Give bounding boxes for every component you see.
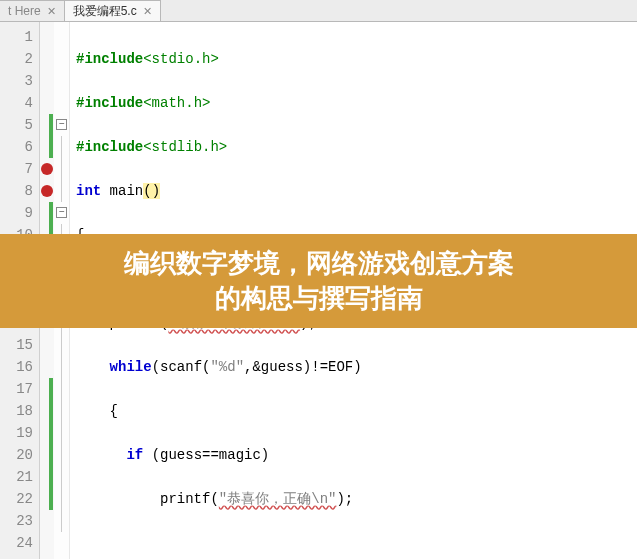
change-marker-icon [49, 136, 53, 158]
fold-minus-icon[interactable]: − [56, 119, 67, 130]
tab-label: 我爱编程5.c [73, 3, 137, 20]
change-marker-icon [49, 422, 53, 444]
line-number: 3 [0, 70, 39, 92]
line-number: 24 [0, 532, 39, 554]
line-number: 5 [0, 114, 39, 136]
tab-active[interactable]: 我爱编程5.c ✕ [65, 0, 161, 21]
change-marker-icon [49, 202, 53, 224]
change-marker-icon [49, 444, 53, 466]
change-marker-icon [49, 400, 53, 422]
line-number: 21 [0, 466, 39, 488]
change-marker-icon [49, 114, 53, 136]
close-icon[interactable]: ✕ [47, 5, 56, 18]
change-marker-icon [49, 488, 53, 510]
tab-inactive[interactable]: t Here ✕ [0, 0, 65, 21]
line-number: 4 [0, 92, 39, 114]
line-number: 19 [0, 422, 39, 444]
breakpoint-icon[interactable] [41, 163, 53, 175]
line-number: 8 [0, 180, 39, 202]
change-marker-icon [49, 466, 53, 488]
tab-bar: t Here ✕ 我爱编程5.c ✕ [0, 0, 637, 22]
breakpoint-icon[interactable] [41, 185, 53, 197]
line-number: 1 [0, 26, 39, 48]
line-number: 20 [0, 444, 39, 466]
line-number: 16 [0, 356, 39, 378]
line-number: 23 [0, 510, 39, 532]
change-marker-icon [49, 378, 53, 400]
fold-minus-icon[interactable]: − [56, 207, 67, 218]
tab-label: t Here [8, 4, 41, 18]
line-number: 18 [0, 400, 39, 422]
line-number: 9 [0, 202, 39, 224]
line-number: 17 [0, 378, 39, 400]
line-number: 2 [0, 48, 39, 70]
line-number: 15 [0, 334, 39, 356]
line-number: 6 [0, 136, 39, 158]
overlay-line2: 的构思与撰写指南 [10, 281, 627, 316]
overlay-line1: 编织数字梦境，网络游戏创意方案 [10, 246, 627, 281]
overlay-banner: 编织数字梦境，网络游戏创意方案 的构思与撰写指南 [0, 234, 637, 328]
line-number: 22 [0, 488, 39, 510]
close-icon[interactable]: ✕ [143, 5, 152, 18]
line-number: 7 [0, 158, 39, 180]
